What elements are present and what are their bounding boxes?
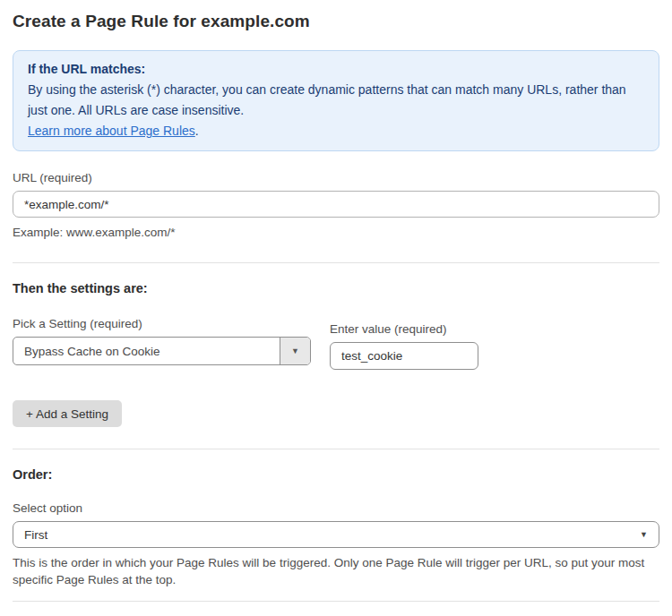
setting-value-input[interactable] — [330, 342, 478, 370]
caret-down-icon: ▼ — [291, 346, 299, 355]
create-page-rule-panel: Create a Page Rule for example.com If th… — [0, 0, 672, 616]
enter-value-label: Enter value (required) — [330, 322, 478, 336]
divider — [13, 262, 659, 263]
order-helper-text: This is the order in which your Page Rul… — [13, 554, 659, 588]
info-box-text: By using the asterisk (*) character, you… — [28, 82, 626, 117]
url-helper-text: Example: www.example.com/* — [13, 224, 659, 241]
url-match-info-box: If the URL matches: By using the asteris… — [13, 50, 659, 151]
page-title: Create a Page Rule for example.com — [13, 12, 659, 31]
caret-down-icon: ▼ — [640, 530, 648, 539]
setting-column: Pick a Setting (required) Bypass Cache o… — [13, 317, 311, 365]
divider — [13, 449, 659, 449]
value-column: Enter value (required) — [330, 322, 478, 370]
divider — [13, 601, 659, 602]
settings-row: Pick a Setting (required) Bypass Cache o… — [13, 317, 659, 370]
pick-setting-label: Pick a Setting (required) — [13, 317, 311, 330]
setting-select-dropdown-button[interactable]: ▼ — [280, 338, 310, 364]
add-setting-button[interactable]: + Add a Setting — [13, 400, 122, 427]
setting-select-value: Bypass Cache on Cookie — [13, 338, 280, 364]
url-input[interactable] — [13, 191, 659, 218]
settings-heading: Then the settings are: — [13, 281, 659, 295]
link-period: . — [195, 124, 199, 138]
order-heading: Order: — [13, 467, 659, 482]
order-select[interactable]: First ▼ — [13, 521, 659, 548]
setting-select[interactable]: Bypass Cache on Cookie ▼ — [13, 337, 311, 365]
learn-more-link[interactable]: Learn more about Page Rules — [28, 124, 195, 138]
url-label: URL (required) — [13, 171, 659, 184]
info-box-body: By using the asterisk (*) character, you… — [28, 80, 644, 141]
info-box-heading: If the URL matches: — [28, 59, 644, 80]
order-select-value: First — [24, 528, 47, 542]
select-option-label: Select option — [13, 501, 659, 515]
